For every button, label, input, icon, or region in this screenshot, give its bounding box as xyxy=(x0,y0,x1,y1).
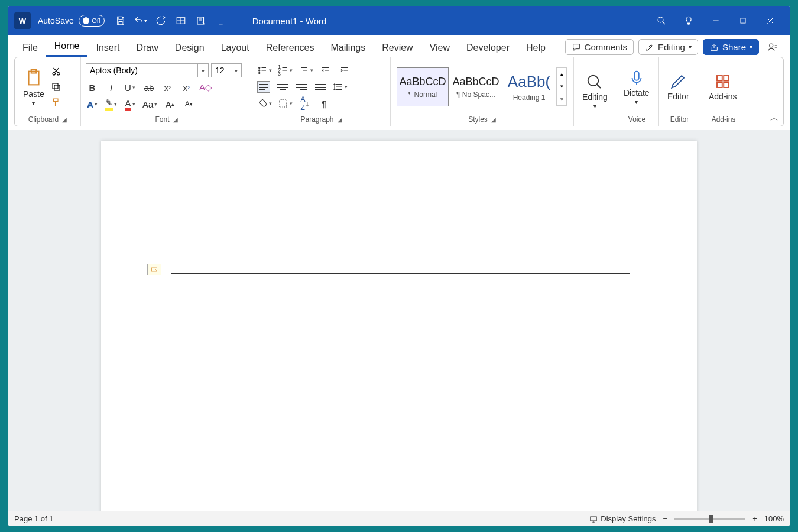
voice-group-label: Voice xyxy=(628,115,645,124)
zoom-slider-knob[interactable] xyxy=(709,515,713,523)
tab-design[interactable]: Design xyxy=(167,39,213,57)
increase-indent-button[interactable] xyxy=(338,64,351,77)
editing-button[interactable]: Editing▾ xyxy=(578,71,612,112)
styles-launcher-icon[interactable]: ◢ xyxy=(491,116,496,123)
page[interactable] xyxy=(101,141,697,511)
line-spacing-button[interactable]: ▾ xyxy=(333,80,348,93)
style-normal[interactable]: AaBbCcD¶ Normal xyxy=(397,67,449,106)
comments-button[interactable]: Comments xyxy=(565,39,634,55)
font-launcher-icon[interactable]: ◢ xyxy=(173,116,178,123)
strikethrough-button[interactable]: ab xyxy=(142,81,155,94)
editing-mode-button[interactable]: Editing▾ xyxy=(638,39,698,55)
dictate-button[interactable]: Dictate▾ xyxy=(619,67,654,108)
table-view-button[interactable] xyxy=(173,13,189,28)
tab-mailings[interactable]: Mailings xyxy=(323,39,374,57)
svg-rect-21 xyxy=(152,268,157,271)
svg-point-4 xyxy=(770,44,773,47)
autosave-toggle[interactable]: Off xyxy=(79,15,105,27)
highlight-button[interactable]: ✎▾ xyxy=(105,98,118,111)
zoom-level[interactable]: 100% xyxy=(764,514,784,523)
shrink-font-button[interactable]: A▾ xyxy=(182,98,195,111)
style-heading1[interactable]: AaBb(Heading 1 xyxy=(503,67,555,106)
style-preview: AaBbCcD xyxy=(399,76,446,88)
undo-button[interactable]: ▾ xyxy=(133,13,148,28)
page-indicator[interactable]: Page 1 of 1 xyxy=(14,514,54,523)
tab-insert[interactable]: Insert xyxy=(87,39,128,57)
maximize-button[interactable] xyxy=(729,6,757,35)
font-color-button[interactable]: A▾ xyxy=(124,98,137,111)
tab-help[interactable]: Help xyxy=(518,39,554,57)
comments-label: Comments xyxy=(585,42,628,52)
sort-button[interactable]: AZ↓ xyxy=(299,97,312,110)
zoom-slider[interactable] xyxy=(674,518,745,520)
search-button[interactable] xyxy=(648,6,675,35)
collapse-ribbon-button[interactable]: ︿ xyxy=(770,113,778,124)
show-marks-button[interactable]: ¶ xyxy=(317,97,330,110)
style-no-spacing[interactable]: AaBbCcD¶ No Spac... xyxy=(450,67,502,106)
dictate-label: Dictate xyxy=(624,88,650,98)
svg-point-8 xyxy=(57,73,60,76)
borders-button[interactable]: ▾ xyxy=(278,97,293,110)
tab-home[interactable]: Home xyxy=(46,37,88,57)
tab-draw[interactable]: Draw xyxy=(128,39,166,57)
font-name-input[interactable] xyxy=(86,63,198,77)
styles-up-icon[interactable]: ▴ xyxy=(557,68,566,80)
superscript-button[interactable]: x2 xyxy=(180,81,193,94)
underline-button[interactable]: U▾ xyxy=(124,81,137,94)
svg-point-7 xyxy=(53,73,56,76)
align-left-button[interactable] xyxy=(257,80,270,93)
tab-developer[interactable]: Developer xyxy=(458,39,518,57)
clipboard-launcher-icon[interactable]: ◢ xyxy=(62,116,67,123)
tab-view[interactable]: View xyxy=(421,39,458,57)
autosave-control[interactable]: AutoSave Off xyxy=(38,15,105,27)
shading-button[interactable]: ▾ xyxy=(257,97,272,110)
close-button[interactable] xyxy=(757,6,784,35)
document-canvas[interactable] xyxy=(8,130,790,511)
copy-button[interactable] xyxy=(50,81,62,93)
decrease-indent-button[interactable] xyxy=(319,64,332,77)
paste-button[interactable]: Paste ▾ xyxy=(18,66,49,109)
bullets-button[interactable]: ▾ xyxy=(257,64,272,77)
zoom-in-button[interactable]: + xyxy=(752,514,757,523)
bold-button[interactable]: B xyxy=(86,81,99,94)
multilevel-list-button[interactable]: ▾ xyxy=(299,64,313,77)
editor-button[interactable]: Editor xyxy=(663,70,694,103)
redo-button[interactable] xyxy=(153,13,168,28)
share-button[interactable]: Share▾ xyxy=(703,39,759,55)
text-effects-button[interactable]: A▾ xyxy=(86,98,99,111)
style-name: Heading 1 xyxy=(513,93,546,102)
help-lightbulb-icon[interactable] xyxy=(675,6,702,35)
align-right-button[interactable] xyxy=(295,80,308,93)
styles-more-icon[interactable]: ▿ xyxy=(557,93,566,106)
display-settings-button[interactable]: Display Settings xyxy=(589,514,656,523)
format-painter-button[interactable] xyxy=(50,96,62,108)
tab-review[interactable]: Review xyxy=(374,39,421,57)
styles-down-icon[interactable]: ▾ xyxy=(557,80,566,93)
change-case-button[interactable]: Aa▾ xyxy=(142,98,157,111)
cut-button[interactable] xyxy=(50,66,62,77)
clear-formatting-button[interactable]: A◇ xyxy=(199,81,212,94)
font-size-input[interactable] xyxy=(211,63,231,77)
font-size-dropdown[interactable]: ▾ xyxy=(231,63,242,77)
grow-font-button[interactable]: A▴ xyxy=(163,98,176,111)
tab-references[interactable]: References xyxy=(258,39,323,57)
minimize-button[interactable] xyxy=(702,6,729,35)
font-name-dropdown[interactable]: ▾ xyxy=(198,63,209,77)
account-button[interactable] xyxy=(764,40,781,55)
customize-qat-button[interactable]: ⎯ xyxy=(213,13,229,28)
svg-rect-3 xyxy=(741,18,745,23)
paragraph-launcher-icon[interactable]: ◢ xyxy=(338,116,342,123)
numbering-button[interactable]: 123▾ xyxy=(278,64,293,77)
tab-layout[interactable]: Layout xyxy=(213,39,258,57)
update-button[interactable] xyxy=(193,13,209,28)
addins-button[interactable]: Add-ins xyxy=(704,70,741,103)
italic-button[interactable]: I xyxy=(105,81,118,94)
subscript-button[interactable]: x2 xyxy=(161,81,174,94)
save-button[interactable] xyxy=(113,13,128,28)
tab-file[interactable]: File xyxy=(14,39,46,57)
align-center-button[interactable] xyxy=(276,80,289,93)
justify-button[interactable] xyxy=(314,80,327,93)
styles-gallery-scroller[interactable]: ▴▾▿ xyxy=(556,67,567,106)
zoom-out-button[interactable]: − xyxy=(663,514,668,523)
autotext-actions-icon[interactable] xyxy=(147,264,161,275)
